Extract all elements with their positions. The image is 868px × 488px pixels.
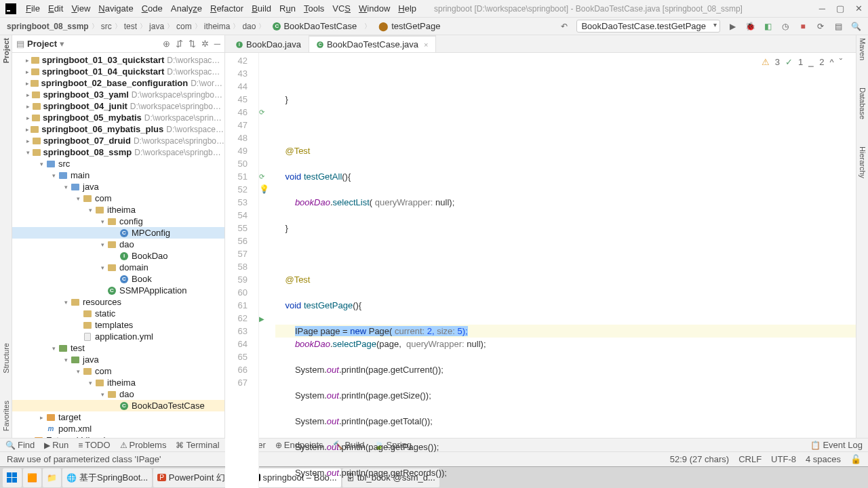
svg-rect-4 [7,478,12,483]
tool-structure[interactable]: Structure [2,343,10,373]
svg-rect-1 [7,10,10,12]
profile-button[interactable]: ◷ [780,21,791,32]
gutter-marks: ⟳ ⟳ 💡 ▶ [259,53,273,488]
menubar: File Edit View Navigate Code Analyze Ref… [0,0,868,18]
project-panel: ▤ Project ▾ ⊕ ⇵ ⇅ ✲ ─ ▸springboot_01_03_… [12,35,225,438]
coverage-button[interactable]: ◧ [762,21,773,32]
debug-button[interactable]: 🐞 [745,21,755,32]
crumb-itheima[interactable]: itheima [204,22,231,31]
btab-problems[interactable]: ⚠Problems [120,440,167,450]
menu-navigate[interactable]: Navigate [94,3,137,14]
left-tool-strip: Project Structure Favorites [0,35,12,438]
expand-all-icon[interactable]: ⇵ [176,39,183,49]
maximize-button[interactable]: ▢ [836,3,844,14]
run-gutter-icon[interactable]: ▶ [259,312,264,325]
crumb-java[interactable]: java [149,22,164,31]
tool-project[interactable]: Project [2,38,10,63]
crumb-com[interactable]: com [176,22,192,31]
menu-help[interactable]: Help [394,3,420,14]
close-button[interactable]: ✕ [855,3,863,14]
btab-run[interactable]: ▶Run [44,440,68,450]
svg-rect-2 [7,472,12,477]
taskbar-explorer[interactable]: 📁 [43,468,61,487]
taskbar-app1[interactable]: 🟧 [23,468,41,487]
svg-rect-3 [12,472,17,477]
crumb-class[interactable]: CBookDaoTestCase [268,20,361,33]
locate-icon[interactable]: ⊕ [163,39,170,49]
close-tab-icon[interactable]: × [424,41,428,49]
tool-hierarchy[interactable]: Hierarchy [859,146,867,178]
collapse-all-icon[interactable]: ⇅ [189,39,196,49]
project-arrow-icon[interactable]: ▤ [16,39,24,49]
tree-selected: CMPConfig [12,227,224,239]
intention-bulb-icon[interactable]: 💡 [259,183,269,196]
menu-vcs[interactable]: VCS [328,3,355,14]
line-gutter: 424344 454647 484950 515253 545556 57585… [225,53,259,488]
tool-maven[interactable]: Maven [859,38,867,60]
windows-icon [7,472,18,483]
run-button[interactable]: ▶ [727,21,738,32]
editor-area: IBookDao.java CBookDaoTestCase.java× 424… [225,35,856,438]
taskbar-start[interactable] [3,468,22,487]
structure-icon[interactable]: ▤ [833,21,844,32]
window-title-path: springboot [D:\workspace\springboot] - B… [434,4,743,14]
menu-analyze[interactable]: Analyze [167,3,206,14]
btab-terminal[interactable]: ⌘Terminal [176,440,219,450]
menu-view[interactable]: View [67,3,94,14]
minimize-button[interactable]: ─ [819,3,825,14]
stop-button[interactable]: ■ [797,21,808,32]
crumb-dao[interactable]: dao [242,22,256,31]
btab-todo[interactable]: ≡TODO [78,440,110,450]
menu-window[interactable]: Window [355,3,394,14]
crumb-test[interactable]: test [124,22,137,31]
editor-tabs: IBookDao.java CBookDaoTestCase.java× [225,35,856,53]
hide-panel-icon[interactable]: ─ [214,39,220,49]
crumb-module[interactable]: springboot_08_ssmp [7,22,89,31]
menu-code[interactable]: Code [138,3,167,14]
inspections-widget[interactable]: ⚠3 ✓1 ⎯2 ^ˇ [762,56,842,68]
tool-database[interactable]: Database [859,87,867,119]
btab-find[interactable]: 🔍Find [5,440,35,450]
tab-testcase[interactable]: CBookDaoTestCase.java× [309,35,436,52]
project-tree[interactable]: ▸springboot_01_03_quickstartD:\workspace… [12,53,224,438]
search-icon[interactable]: 🔍 [850,21,861,32]
run-gutter-icon[interactable]: ⟳ [259,106,264,119]
menu-file[interactable]: File [22,3,44,14]
crumb-method[interactable]: ⬤testGetPage [374,20,445,33]
menu-tools[interactable]: Tools [300,3,328,14]
app-logo-icon [5,3,16,14]
status-message: Raw use of parameterized class 'IPage' [7,454,161,464]
project-title[interactable]: Project [27,39,57,49]
taskbar-chrome[interactable]: 🌐基于SpringBoot... [62,468,152,487]
tool-favorites[interactable]: Favorites [2,401,10,431]
back-arrow-icon[interactable]: ↶ [559,21,570,32]
navigation-bar: springboot_08_ssmp〉 src〉 test〉 java〉 com… [0,18,868,35]
crumb-src[interactable]: src [101,22,112,31]
svg-rect-0 [5,3,16,14]
menu-edit[interactable]: Edit [44,3,67,14]
git-update-icon[interactable]: ⟳ [815,21,826,32]
menu-refactor[interactable]: Refactor [206,3,248,14]
run-gutter-icon[interactable]: ⟳ [259,170,264,183]
right-tool-strip: Maven Database Hierarchy [856,35,868,438]
menu-build[interactable]: Build [248,3,275,14]
menu-run[interactable]: Run [275,3,300,14]
tab-bookdao[interactable]: IBookDao.java [228,36,309,52]
svg-rect-5 [12,478,17,483]
settings-icon[interactable]: ✲ [201,39,209,49]
run-config-selector[interactable]: BookDaoTestCase.testGetPage [576,20,720,33]
code-editor[interactable]: 424344 454647 484950 515253 545556 57585… [225,53,856,488]
